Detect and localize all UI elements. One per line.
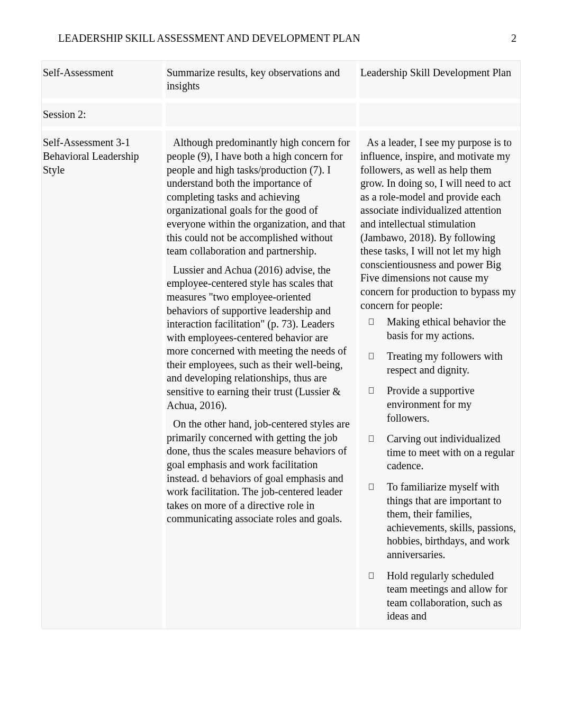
empty-cell (359, 103, 520, 127)
list-item: To familiarize myself with things that a… (378, 480, 516, 562)
assessment-table: Self-Assessment Summarize results, key o… (41, 60, 521, 629)
plan-intro: As a leader, I see my purpose is to infl… (360, 136, 516, 312)
list-item-text: Treating my followers with respect and d… (387, 350, 503, 376)
page-number: 2 (511, 32, 516, 46)
col-header-text: Self-Assessment (43, 67, 113, 78)
list-item-text: Carving out individualized time to meet … (387, 433, 514, 471)
assessment-title: Behavioral Leadership Style (43, 150, 158, 177)
col-header-plan: Leadership Skill Development Plan (359, 61, 520, 98)
summary-paragraph: Lussier and Achua (2016) advise, the emp… (167, 263, 352, 413)
summary-paragraph: On the other hand, job-centered styles a… (167, 417, 352, 526)
session-label-cell: Session 2: (42, 103, 162, 127)
list-item: Treating my followers with respect and d… (378, 350, 516, 377)
list-item-text: Provide a supportive environment for my … (387, 385, 475, 423)
table-header-row: Self-Assessment Summarize results, key o… (42, 61, 520, 98)
row-gap (42, 126, 520, 131)
list-item: Carving out individualized time to meet … (378, 432, 516, 473)
col-header-text: Leadership Skill Development Plan (360, 67, 511, 78)
plan-list: Making ethical behavior the basis for my… (360, 315, 516, 623)
col-header-self-assessment: Self-Assessment (42, 61, 162, 98)
summary-paragraph: Although predominantly high concern for … (167, 136, 352, 258)
assessment-id: Self-Assessment 3-1 (43, 136, 158, 150)
list-item-text: To familiarize myself with things that a… (387, 481, 516, 560)
row-gap (42, 98, 520, 103)
running-title: LEADERSHIP SKILL ASSESSMENT AND DEVELOPM… (58, 32, 360, 46)
body-row: Self-Assessment 3-1 Behavioral Leadershi… (42, 131, 520, 629)
list-item: Hold regularly scheduled team meetings a… (378, 569, 516, 623)
plan-cell: As a leader, I see my purpose is to infl… (359, 131, 520, 629)
session-label: Session 2: (43, 108, 86, 120)
summary-cell: Although predominantly high concern for … (166, 131, 356, 629)
list-item: Making ethical behavior the basis for my… (378, 315, 516, 342)
session-row: Session 2: (42, 103, 520, 127)
list-item: Provide a supportive environment for my … (378, 384, 516, 425)
col-header-text: Summarize results, key observations and … (167, 67, 340, 92)
running-head: LEADERSHIP SKILL ASSESSMENT AND DEVELOPM… (41, 32, 521, 46)
list-item-text: Hold regularly scheduled team meetings a… (387, 570, 507, 622)
empty-cell (166, 103, 356, 127)
list-item-text: Making ethical behavior the basis for my… (387, 316, 506, 341)
col-header-summary: Summarize results, key observations and … (166, 61, 356, 98)
assessment-name-cell: Self-Assessment 3-1 Behavioral Leadershi… (42, 131, 162, 629)
